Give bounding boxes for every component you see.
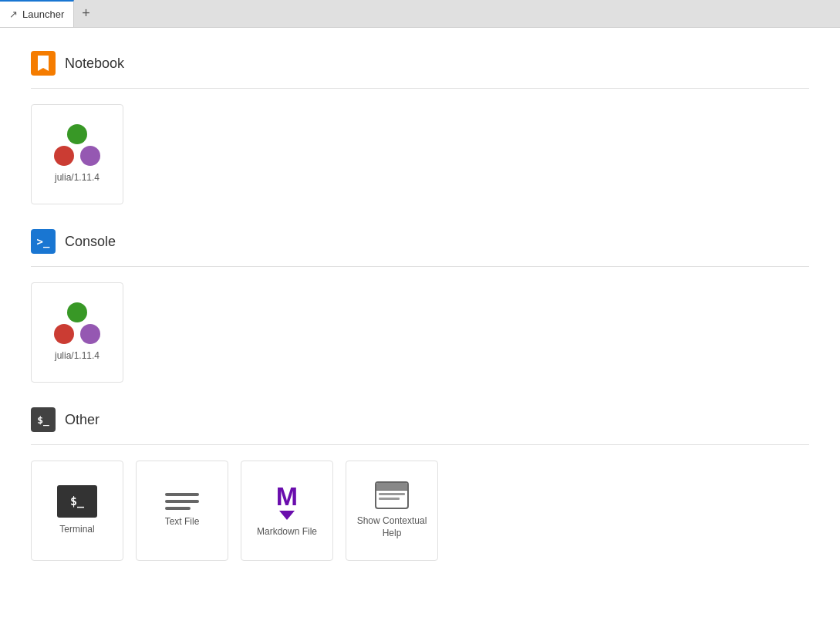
terminal-label: Terminal [59, 524, 94, 536]
terminal-card[interactable]: $_ Terminal [31, 461, 123, 561]
console-icon-text: >_ [37, 235, 50, 248]
launcher-tab-icon: ↗ [9, 8, 18, 20]
julia-notebook-label: julia/1.11.4 [55, 172, 100, 184]
text-file-line-2 [165, 500, 199, 503]
console-section-icon: >_ [31, 229, 56, 254]
julia-notebook-card[interactable]: julia/1.11.4 [31, 104, 123, 204]
console-cards-row: julia/1.11.4 [31, 282, 809, 383]
julia-green-circle [67, 124, 87, 144]
help-icon-line-1 [379, 493, 405, 495]
text-file-line-3 [165, 507, 191, 510]
text-file-icon [165, 493, 199, 510]
julia-console-label: julia/1.11.4 [55, 350, 100, 363]
other-section-title: Other [65, 412, 100, 428]
other-section-icon: $_ [31, 407, 56, 432]
notebook-section-icon [31, 51, 56, 76]
markdown-down-arrow [279, 511, 295, 520]
launcher-tab[interactable]: ↗ Launcher [0, 0, 74, 27]
other-icon-text: $_ [37, 414, 49, 426]
help-icon-lines [376, 491, 407, 502]
markdown-file-card[interactable]: M Markdown File [241, 461, 333, 561]
notebook-svg-icon [36, 55, 50, 72]
new-tab-button[interactable]: + [74, 0, 98, 27]
text-file-label: Text File [165, 516, 200, 528]
notebook-divider [31, 88, 809, 89]
julia-purple-circle [80, 146, 100, 166]
help-icon-line-2 [379, 498, 400, 500]
console-section-header: >_ Console [31, 229, 809, 254]
other-section-header: $_ Other [31, 407, 809, 432]
julia-console-logo [54, 302, 100, 344]
markdown-m-letter: M [276, 483, 298, 509]
julia-console-red-circle [54, 324, 74, 344]
julia-red-circle [54, 146, 74, 166]
console-divider [31, 266, 809, 267]
other-divider [31, 444, 809, 445]
tab-bar: ↗ Launcher + [0, 0, 840, 28]
contextual-help-icon [375, 481, 409, 509]
terminal-icon: $_ [57, 485, 97, 518]
markdown-icon: M [276, 483, 298, 520]
julia-notebook-logo [54, 124, 100, 166]
julia-console-green-circle [67, 302, 87, 322]
contextual-help-label: Show Contextual Help [354, 515, 430, 539]
notebook-cards-row: julia/1.11.4 [31, 104, 809, 204]
launcher-tab-label: Launcher [22, 8, 64, 20]
notebook-section-title: Notebook [65, 56, 124, 72]
text-file-card[interactable]: Text File [136, 461, 228, 561]
console-section-title: Console [65, 234, 116, 250]
launcher-main: Notebook julia/1.11.4 >_ Console julia/1… [0, 28, 840, 631]
julia-console-purple-circle [80, 324, 100, 344]
help-icon-top-bar [376, 483, 407, 491]
text-file-line-1 [165, 493, 199, 496]
markdown-file-label: Markdown File [257, 526, 317, 538]
other-cards-row: $_ Terminal Text File M Markdown File [31, 461, 809, 561]
notebook-section-header: Notebook [31, 51, 809, 76]
julia-console-card[interactable]: julia/1.11.4 [31, 282, 123, 383]
contextual-help-card[interactable]: Show Contextual Help [346, 461, 438, 561]
